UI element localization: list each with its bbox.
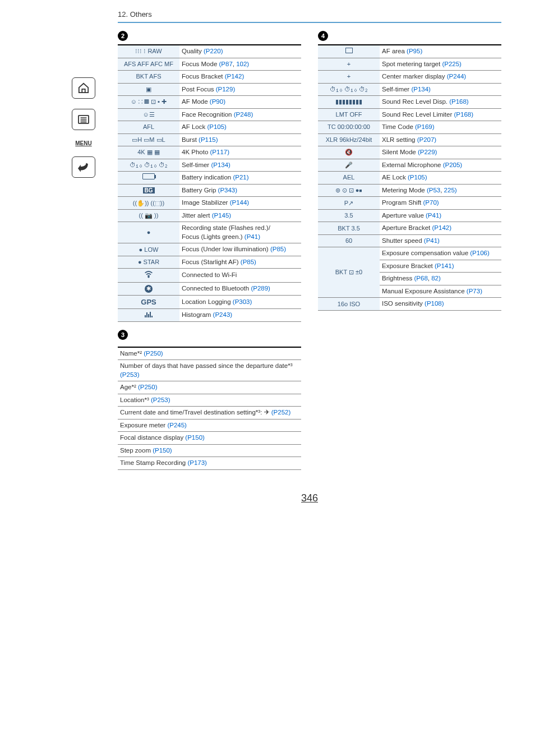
table-row: ⁝⁝⁝ ⁝ RAWQuality (P220) [118, 45, 301, 58]
desc-cell[interactable]: Jitter alert (P145) [179, 209, 301, 222]
desc-cell[interactable]: Center marker display (P244) [380, 71, 501, 84]
desc-cell[interactable]: Focus Mode (P87, 102) [179, 58, 301, 71]
desc-cell[interactable]: Age*² (P250) [118, 381, 301, 394]
desc-cell[interactable]: Name*² (P250) [118, 347, 301, 360]
desc-cell[interactable]: Time Stamp Recording (P173) [118, 457, 301, 470]
desc-cell[interactable]: Location*³ (P253) [118, 394, 301, 407]
desc-cell[interactable]: Battery Grip (P343) [179, 184, 301, 197]
desc-cell[interactable]: 4K Photo (P117) [179, 146, 301, 159]
back-button[interactable] [72, 156, 95, 178]
table-row: Name*² (P250) [118, 347, 301, 360]
icon-cell: ● STAR [118, 256, 179, 269]
desc-cell[interactable]: ISO sensitivity (P108) [380, 298, 501, 311]
desc-cell[interactable]: Number of days that have passed since th… [118, 360, 301, 381]
main-content: 12. Others 2 ⁝⁝⁝ ⁝ RAWQuality (P220)AFS … [95, 0, 535, 538]
icon-cell: 16o ISO [318, 298, 380, 311]
icon-cell: ⏱₁₀ ⏱₁₀ ⏱₂ [318, 83, 380, 96]
desc-cell[interactable]: AF area (P95) [380, 45, 501, 58]
back-icon [77, 162, 90, 172]
table-3: Name*² (P250)Number of days that have pa… [118, 347, 301, 470]
desc-cell[interactable]: External Microphone (P205) [380, 159, 501, 172]
table-row: Age*² (P250) [118, 381, 301, 394]
desc-cell[interactable]: Current date and time/Travel destination… [118, 407, 301, 420]
desc-cell[interactable]: Recording state (Flashes red.)/Focus (Li… [179, 222, 301, 243]
desc-cell[interactable]: Connected to Bluetooth (P289) [179, 283, 301, 296]
icon-cell: ▣ [118, 83, 179, 96]
table-row: +Center marker display (P244) [318, 71, 501, 84]
desc-cell[interactable]: Manual Exposure Assistance (P73) [380, 285, 501, 298]
table-row: BKT 3.5Aperture Bracket (P142) [318, 222, 501, 235]
desc-cell[interactable]: Exposure Bracket (P141) [380, 260, 501, 273]
icon-cell: AFS AFF AFC MF [118, 58, 179, 71]
desc-cell[interactable]: Quality (P220) [179, 45, 301, 58]
desc-cell[interactable]: Brightness (P68, 82) [380, 273, 501, 285]
desc-cell[interactable]: AF Lock (P105) [179, 121, 301, 134]
icon-cell: 🎤 [318, 159, 380, 172]
desc-cell[interactable]: Spot metering target (P225) [380, 58, 501, 71]
desc-cell[interactable]: Sound Rec Level Limiter (P168) [380, 108, 501, 121]
desc-cell[interactable]: Focus (Under low illumination) (P85) [179, 243, 301, 256]
desc-cell[interactable]: AE Lock (P105) [380, 172, 501, 185]
table-row: ✱Connected to Bluetooth (P289) [118, 283, 301, 296]
desc-cell[interactable]: Focal distance display (P150) [118, 432, 301, 445]
desc-cell[interactable]: Focus (Starlight AF) (P85) [179, 256, 301, 269]
table-row: LMT OFFSound Rec Level Limiter (P168) [318, 108, 501, 121]
table-row: ⏱₁₀ ⏱₁₀ ⏱₂Self-timer (P134) [118, 159, 301, 172]
icon-cell: 60 [318, 234, 380, 247]
table-row: BKT AFSFocus Bracket (P142) [118, 71, 301, 84]
desc-cell[interactable]: Image Stabilizer (P144) [179, 197, 301, 210]
desc-cell[interactable]: Metering Mode (P53, 225) [380, 184, 501, 197]
desc-cell[interactable]: Program Shift (P70) [380, 197, 501, 210]
desc-cell[interactable]: Exposure compensation value (P106) [380, 247, 501, 260]
desc-cell[interactable]: Battery indication (P21) [179, 172, 301, 185]
table-row: Step zoom (P150) [118, 444, 301, 457]
desc-cell[interactable]: Histogram (P243) [179, 309, 301, 322]
icon-cell: ((✋)) ((⬚)) [118, 197, 179, 210]
desc-cell[interactable]: Aperture value (P41) [380, 209, 501, 222]
table-row: ((✋)) ((⬚))Image Stabilizer (P144) [118, 197, 301, 210]
desc-cell[interactable]: Shutter speed (P41) [380, 234, 501, 247]
table-row: ⏱₁₀ ⏱₁₀ ⏱₂Self-timer (P134) [318, 83, 501, 96]
desc-cell[interactable]: Burst (P115) [179, 133, 301, 146]
icon-cell [118, 269, 179, 283]
desc-cell[interactable]: Step zoom (P150) [118, 444, 301, 457]
desc-cell[interactable]: Exposure meter (P245) [118, 419, 301, 432]
table-row: BGBattery Grip (P343) [118, 184, 301, 197]
menu-button[interactable]: MENU [72, 140, 95, 146]
table-row: AELAE Lock (P105) [318, 172, 501, 185]
desc-cell[interactable]: Self-timer (P134) [380, 83, 501, 96]
list-icon [77, 114, 90, 125]
icon-cell: BKT 3.5 [318, 222, 380, 235]
chapter-title: 12. Others [118, 0, 501, 23]
icon-cell: + [318, 71, 380, 84]
table-row: Battery indication (P21) [118, 172, 301, 185]
table-row: Number of days that have passed since th… [118, 360, 301, 381]
desc-cell[interactable]: Aperture Bracket (P142) [380, 222, 501, 235]
desc-cell[interactable]: Silent Mode (P229) [380, 146, 501, 159]
table-row: ☺☰Face Recognition (P248) [118, 108, 301, 121]
table-row: 4K ▦ ▦4K Photo (P117) [118, 146, 301, 159]
sidebar: MENU [0, 0, 95, 538]
icon-cell: ● LOW [118, 243, 179, 256]
desc-cell[interactable]: Sound Rec Level Disp. (P168) [380, 96, 501, 109]
desc-cell[interactable]: Self-timer (P134) [179, 159, 301, 172]
table-row: Focal distance display (P150) [118, 432, 301, 445]
icon-cell: BKT ⊡ ±0 [318, 247, 380, 298]
table-row: ▭H ▭M ▭LBurst (P115) [118, 133, 301, 146]
desc-cell[interactable]: XLR setting (P207) [380, 133, 501, 146]
desc-cell[interactable]: Location Logging (P303) [179, 295, 301, 309]
home-button[interactable] [72, 77, 95, 99]
table-row: +Spot metering target (P225) [318, 58, 501, 71]
desc-cell[interactable]: AF Mode (P90) [179, 96, 301, 109]
desc-cell[interactable]: Time Code (P169) [380, 121, 501, 134]
desc-cell[interactable]: Face Recognition (P248) [179, 108, 301, 121]
icon-cell: ☺☰ [118, 108, 179, 121]
desc-cell[interactable]: Connected to Wi-Fi [179, 269, 301, 283]
icon-cell: BG [118, 184, 179, 197]
list-button[interactable] [72, 109, 95, 130]
icon-cell: AEL [318, 172, 380, 185]
desc-cell[interactable]: Post Focus (P129) [179, 83, 301, 96]
icon-cell: P↗ [318, 197, 380, 210]
icon-cell: ☺ ⸬ ▦ ⊡ ▪ ✚ [118, 96, 179, 109]
desc-cell[interactable]: Focus Bracket (P142) [179, 71, 301, 84]
